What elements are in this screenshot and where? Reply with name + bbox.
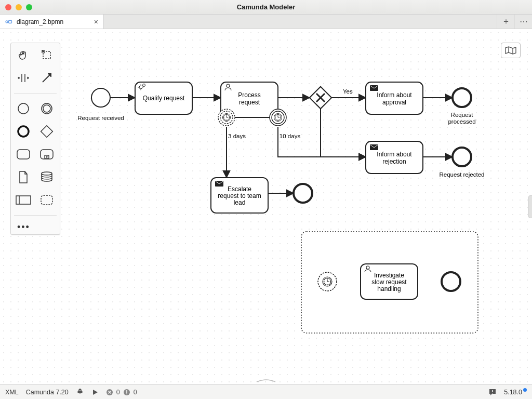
task-qualify-request[interactable]: Qualify request bbox=[135, 82, 192, 114]
svg-text:Inform about: Inform about bbox=[377, 91, 412, 99]
boundary-timer-label: 3 days bbox=[228, 133, 246, 139]
bpmn-file-icon bbox=[5, 18, 12, 25]
end-event-escalated[interactable] bbox=[294, 184, 312, 203]
feedback-icon[interactable] bbox=[488, 388, 497, 396]
start-event-request-received[interactable]: Request received bbox=[77, 88, 124, 121]
status-bar: XML Camunda 7.20 0 0 5.18.0 bbox=[0, 384, 532, 399]
svg-point-43 bbox=[453, 88, 471, 107]
flow-gateway-to-reject[interactable] bbox=[321, 109, 366, 157]
svg-text:slow request: slow request bbox=[371, 278, 407, 286]
task-inform-approval[interactable]: Inform about approval Inform about appro… bbox=[366, 82, 423, 114]
event-subprocess[interactable]: Investigate slow request handling Invest… bbox=[301, 232, 478, 333]
task-label: Qualify request bbox=[143, 95, 185, 102]
subprocess-start-timer[interactable] bbox=[318, 272, 337, 291]
svg-rect-70 bbox=[126, 390, 127, 393]
tab-overflow-button[interactable]: ⋯ bbox=[514, 15, 532, 29]
error-icon bbox=[106, 389, 113, 396]
svg-rect-1 bbox=[9, 20, 12, 23]
task-escalate[interactable]: Escalate request to team lead Escalate r… bbox=[211, 178, 268, 213]
svg-text:rejection: rejection bbox=[382, 158, 406, 165]
task-investigate[interactable]: Investigate slow request handling Invest… bbox=[361, 264, 418, 299]
svg-rect-73 bbox=[492, 393, 493, 393]
canvas[interactable]: ••• bbox=[0, 29, 532, 384]
svg-text:handling: handling bbox=[377, 285, 401, 292]
tab-strip: diagram_2.bpmn × ＋ ⋯ bbox=[0, 15, 532, 29]
xml-view-toggle[interactable]: XML bbox=[5, 389, 19, 396]
svg-text:request to team: request to team bbox=[218, 192, 261, 200]
task-label-1: Process bbox=[238, 91, 260, 99]
svg-text:Inform about: Inform about bbox=[377, 151, 412, 158]
svg-point-51 bbox=[453, 148, 471, 166]
close-tab-button[interactable]: × bbox=[94, 18, 98, 26]
svg-point-58 bbox=[294, 184, 312, 203]
error-count: 0 bbox=[116, 389, 120, 396]
send-task-icon bbox=[370, 85, 378, 91]
send-task-icon bbox=[215, 181, 223, 187]
svg-text:Escalate: Escalate bbox=[228, 185, 251, 193]
svg-text:processed: processed bbox=[448, 118, 475, 125]
window-titlebar: Camunda Modeler bbox=[0, 0, 532, 15]
task-label-2: request bbox=[239, 99, 260, 106]
svg-text:approval: approval bbox=[382, 99, 406, 106]
warning-icon bbox=[123, 389, 130, 396]
deploy-icon[interactable] bbox=[76, 388, 84, 396]
update-available-dot bbox=[523, 388, 527, 392]
svg-point-30 bbox=[91, 88, 110, 107]
app-version[interactable]: 5.18.0 bbox=[504, 388, 527, 396]
svg-text:Investigate: Investigate bbox=[374, 272, 404, 279]
problems-indicator[interactable]: 0 0 bbox=[106, 389, 137, 396]
engine-label[interactable]: Camunda 7.20 bbox=[26, 389, 69, 396]
bpmn-diagram[interactable]: Request received Qualify request Process… bbox=[0, 29, 532, 384]
start-event-label: Request received bbox=[77, 115, 124, 121]
boundary-timer-10-days[interactable]: 10 days bbox=[270, 109, 300, 139]
gateway-condition-yes: Yes bbox=[343, 88, 353, 95]
svg-text:Request: Request bbox=[451, 112, 474, 118]
boundary-timer-label: 10 days bbox=[280, 133, 301, 139]
svg-text:lead: lead bbox=[234, 199, 246, 206]
svg-rect-72 bbox=[492, 390, 493, 392]
svg-text:Request rejected: Request rejected bbox=[440, 171, 485, 178]
end-event-request-processed[interactable]: Request processed Request processed bbox=[448, 88, 475, 125]
flow-timer10d-to-reject[interactable] bbox=[278, 127, 366, 157]
new-tab-button[interactable]: ＋ bbox=[497, 15, 514, 29]
end-event-request-rejected[interactable]: Request rejected bbox=[440, 148, 485, 178]
window-title: Camunda Modeler bbox=[0, 3, 532, 11]
run-icon[interactable] bbox=[91, 389, 99, 396]
send-task-icon bbox=[370, 144, 378, 150]
svg-point-67 bbox=[79, 390, 81, 391]
bottom-panel-handle[interactable] bbox=[256, 379, 276, 383]
task-inform-rejection[interactable]: Inform about rejection Inform about reje… bbox=[366, 141, 423, 174]
svg-point-66 bbox=[442, 272, 460, 291]
warning-count: 0 bbox=[134, 389, 137, 396]
svg-rect-71 bbox=[126, 393, 127, 394]
tab-label: diagram_2.bpmn bbox=[17, 18, 63, 25]
tab-diagram-2[interactable]: diagram_2.bpmn × bbox=[0, 15, 104, 29]
subprocess-end-event[interactable] bbox=[442, 272, 460, 291]
svg-point-0 bbox=[6, 21, 8, 23]
